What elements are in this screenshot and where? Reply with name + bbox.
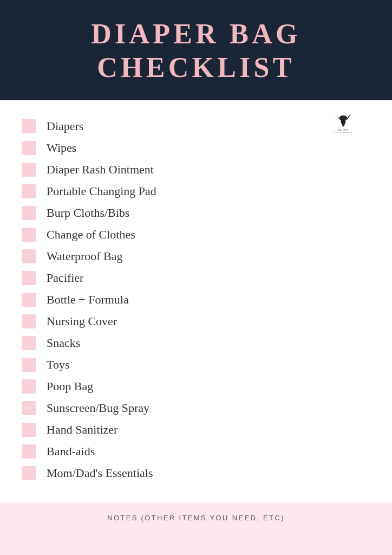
checkbox[interactable] [22, 249, 36, 263]
page-header: DIAPER BAG CHECKLIST [0, 0, 392, 100]
checkbox[interactable] [22, 423, 36, 437]
checkbox[interactable] [22, 466, 36, 480]
item-label: Diapers [47, 119, 83, 133]
item-label: Snacks [47, 336, 80, 350]
item-label: Sunscreen/Bug Spray [47, 401, 149, 415]
checkbox[interactable] [22, 184, 36, 198]
item-label: Poop Bag [47, 379, 93, 393]
checkbox[interactable] [22, 401, 36, 415]
list-item: Waterproof Bag [22, 246, 370, 267]
item-label: Portable Changing Pad [47, 184, 156, 198]
list-item: Pacifier [22, 267, 370, 289]
list-item: Wipes [22, 137, 370, 159]
notes-section: NOTES (OTHER ITEMS YOU NEED, ETC) [0, 503, 392, 555]
checklist: DiapersWipesDiaper Rash OintmentPortable… [22, 115, 370, 484]
checkbox[interactable] [22, 206, 36, 220]
checkbox[interactable] [22, 293, 36, 307]
list-item: Nursing Cover [22, 311, 370, 332]
svg-text:paisley: paisley [338, 128, 348, 131]
checkbox[interactable] [22, 444, 36, 459]
list-item: Bottle + Formula [22, 289, 370, 311]
checkbox[interactable] [22, 163, 36, 177]
item-label: Bottle + Formula [47, 293, 129, 307]
item-label: Diaper Rash Ointment [47, 163, 154, 177]
svg-text:& SPARROW: & SPARROW [334, 132, 353, 133]
item-label: Mom/Dad's Essentials [47, 466, 153, 480]
brand-logo: paisley & SPARROW [327, 111, 360, 133]
item-label: Burp Cloths/Bibs [47, 206, 129, 220]
notes-label: NOTES (OTHER ITEMS YOU NEED, ETC) [107, 514, 285, 522]
checkbox[interactable] [22, 336, 36, 350]
list-item: Burp Cloths/Bibs [22, 202, 370, 224]
list-item: Toys [22, 354, 370, 376]
list-item: Change of Clothes [22, 224, 370, 246]
checkbox[interactable] [22, 228, 36, 242]
list-item: Poop Bag [22, 376, 370, 397]
item-label: Toys [47, 358, 69, 372]
list-item: Portable Changing Pad [22, 180, 370, 202]
item-label: Nursing Cover [47, 314, 117, 328]
checkbox[interactable] [22, 271, 36, 285]
list-item: Diapers [22, 115, 370, 137]
list-item: Snacks [22, 332, 370, 354]
list-item: Band-aids [22, 441, 370, 462]
item-label: Band-aids [47, 444, 95, 459]
checkbox[interactable] [22, 141, 36, 155]
page-title: DIAPER BAG CHECKLIST [11, 17, 381, 85]
item-label: Pacifier [47, 271, 83, 285]
item-label: Change of Clothes [47, 228, 135, 242]
checkbox[interactable] [22, 119, 36, 133]
list-item: Diaper Rash Ointment [22, 159, 370, 180]
svg-point-1 [341, 118, 346, 125]
checkbox[interactable] [22, 314, 36, 328]
checkbox[interactable] [22, 379, 36, 393]
item-label: Waterproof Bag [47, 249, 123, 263]
list-item: Hand Sanitizer [22, 419, 370, 441]
list-item: Mom/Dad's Essentials [22, 462, 370, 484]
item-label: Wipes [47, 141, 76, 155]
checkbox[interactable] [22, 358, 36, 372]
logo-area: paisley & SPARROW [327, 111, 360, 135]
list-item: Sunscreen/Bug Spray [22, 397, 370, 419]
main-content: paisley & SPARROW DiapersWipesDiaper Ras… [0, 100, 392, 498]
item-label: Hand Sanitizer [47, 423, 117, 437]
